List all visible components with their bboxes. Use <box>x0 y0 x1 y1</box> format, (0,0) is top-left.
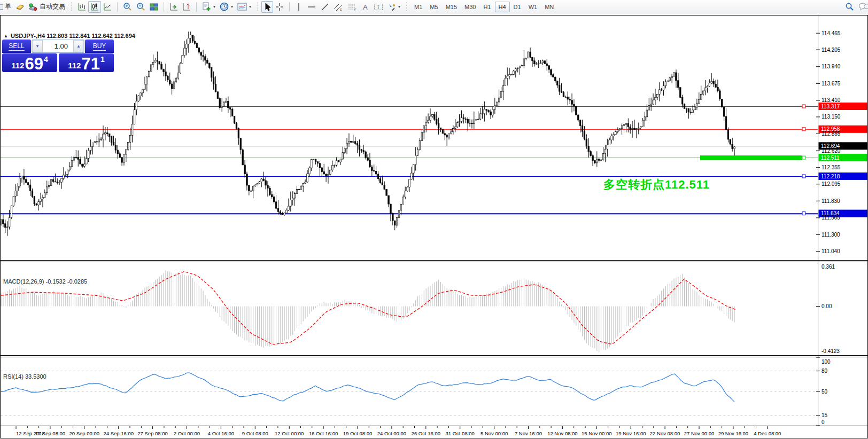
cursor-icon <box>264 3 271 11</box>
chat-button[interactable] <box>856 1 868 13</box>
line-chart-button[interactable] <box>101 1 114 13</box>
buy-button[interactable]: BUY <box>85 40 114 53</box>
svg-text:112.218: 112.218 <box>821 174 840 179</box>
volume-increase-button[interactable]: ▲ <box>73 40 84 52</box>
book-button[interactable] <box>13 1 27 13</box>
arrows-icon <box>387 3 396 11</box>
volume-decrease-button[interactable]: ▼ <box>32 40 43 52</box>
new-order-button[interactable]: 单 <box>0 1 13 13</box>
svg-text:12 Nov 08:00: 12 Nov 08:00 <box>547 430 578 436</box>
buy-price-base: 112 <box>68 61 81 69</box>
auto-scroll-button[interactable] <box>167 1 180 13</box>
sell-button[interactable]: SELL <box>2 40 31 53</box>
buy-price-big: 71 <box>81 57 99 71</box>
timeframe-m1[interactable]: M1 <box>410 2 426 12</box>
horizontal-line-button[interactable] <box>305 1 319 13</box>
vertical-line-button[interactable] <box>293 1 305 13</box>
svg-text:4 Dec 08:00: 4 Dec 08:00 <box>754 430 781 436</box>
svg-text:113.940: 113.940 <box>821 64 841 69</box>
buy-quote[interactable]: 112 71 1 <box>59 53 114 72</box>
cursor-button[interactable] <box>261 1 273 13</box>
volume-value[interactable]: 1.00 <box>43 40 73 52</box>
toolbar-grip <box>405 2 408 11</box>
search-button[interactable] <box>843 1 856 13</box>
candlestick-chart-button[interactable] <box>88 1 101 13</box>
text-icon: A <box>361 3 369 11</box>
svg-text:7 Nov 16:00: 7 Nov 16:00 <box>515 430 542 436</box>
auto-trading-button[interactable]: 自动交易 <box>27 1 67 13</box>
sell-label: SELL <box>9 42 24 51</box>
svg-text:27 Sep 08:00: 27 Sep 08:00 <box>137 430 168 436</box>
fibonacci-icon: F <box>347 3 357 11</box>
svg-text:0: 0 <box>821 419 825 425</box>
chart-title-bar: ▲ USDJPY-,H4 112.803 112.841 112.642 112… <box>4 33 135 39</box>
text-label-button[interactable]: T <box>371 1 385 13</box>
svg-text:26 Oct 16:00: 26 Oct 16:00 <box>412 430 440 436</box>
chart-shift-button[interactable] <box>180 1 193 13</box>
timeframe-w1[interactable]: W1 <box>525 2 541 12</box>
svg-text:17 Sep 08:00: 17 Sep 08:00 <box>35 430 66 436</box>
svg-text:4 Oct 16:00: 4 Oct 16:00 <box>208 430 234 436</box>
timeframe-d1[interactable]: D1 <box>510 2 525 12</box>
template-icon <box>237 3 247 11</box>
svg-text:112.095: 112.095 <box>821 181 841 187</box>
svg-text:113.675: 113.675 <box>821 81 841 87</box>
dropdown-caret: ▾ <box>213 4 215 9</box>
svg-text:19 Nov 16:00: 19 Nov 16:00 <box>616 430 646 436</box>
svg-text:111.040: 111.040 <box>821 248 840 254</box>
svg-text:111.830: 111.830 <box>821 198 840 204</box>
crosshair-button[interactable] <box>273 1 286 13</box>
svg-text:113.410: 113.410 <box>821 97 841 103</box>
zoom-out-button[interactable] <box>134 1 148 13</box>
pivot-annotation[interactable]: 多空转折点112.511 <box>603 177 710 193</box>
chart-canvas[interactable]: 114.465114.205113.940113.675113.410113.1… <box>0 15 868 439</box>
chart-window: 114.465114.205113.940113.675113.410113.1… <box>0 15 868 439</box>
zoom-in-button[interactable] <box>121 1 134 13</box>
template-button[interactable]: ▾ <box>235 1 253 13</box>
svg-text:114.465: 114.465 <box>821 30 841 36</box>
add-indicator-button[interactable]: ▾ <box>200 1 218 13</box>
fibonacci-button[interactable]: F <box>345 1 359 13</box>
arrows-button[interactable]: ▾ <box>385 1 402 13</box>
equidistant-channel-button[interactable]: E <box>331 1 345 13</box>
new-order-icon <box>0 3 3 11</box>
auto-trading-label: 自动交易 <box>40 2 65 11</box>
text-button[interactable]: A <box>359 1 371 13</box>
svg-text:100: 100 <box>821 359 831 365</box>
zoom-in-icon <box>123 2 132 11</box>
horizontal-line-icon <box>307 3 316 11</box>
svg-text:T: T <box>377 4 380 10</box>
trendline-button[interactable] <box>319 1 331 13</box>
svg-text:16 Oct 16:00: 16 Oct 16:00 <box>309 430 338 436</box>
bar-chart-button[interactable] <box>75 1 88 13</box>
svg-text:15 Nov 00:00: 15 Nov 00:00 <box>582 430 612 436</box>
chat-icon <box>858 2 868 11</box>
timeframe-m30[interactable]: M30 <box>461 2 479 12</box>
periods-button[interactable]: ▾ <box>218 1 235 13</box>
svg-text:E: E <box>340 8 342 11</box>
svg-text:24 Sep 16:00: 24 Sep 16:00 <box>103 430 134 436</box>
sell-price-base: 112 <box>11 61 24 69</box>
collapse-icon[interactable]: ▲ <box>4 34 8 38</box>
sell-quote[interactable]: 112 69 4 <box>2 53 57 72</box>
tile-windows-icon <box>150 3 158 11</box>
svg-text:0.00: 0.00 <box>821 303 832 309</box>
timeframe-h4[interactable]: H4 <box>495 2 510 12</box>
timeframe-m15[interactable]: M15 <box>442 2 461 12</box>
sell-price-big: 69 <box>25 57 43 71</box>
svg-text:50: 50 <box>821 389 828 395</box>
toolbar-grip <box>70 2 73 11</box>
svg-text:29 Nov 16:00: 29 Nov 16:00 <box>718 430 749 436</box>
dropdown-caret: ▾ <box>398 4 400 9</box>
book-icon <box>15 3 25 11</box>
svg-text:0.361: 0.361 <box>821 264 835 270</box>
svg-text:22 Nov 08:00: 22 Nov 08:00 <box>650 430 680 436</box>
timeframe-m5[interactable]: M5 <box>426 2 441 12</box>
timeframe-h1[interactable]: H1 <box>479 2 494 12</box>
bar-chart-icon <box>78 3 86 11</box>
svg-text:5 Nov 00:00: 5 Nov 00:00 <box>480 430 508 436</box>
timeframe-mn[interactable]: MN <box>541 2 557 12</box>
tile-windows-button[interactable] <box>148 1 160 13</box>
svg-text:112.355: 112.355 <box>821 164 841 170</box>
main-toolbar: 单 自动交易 <box>0 0 868 13</box>
